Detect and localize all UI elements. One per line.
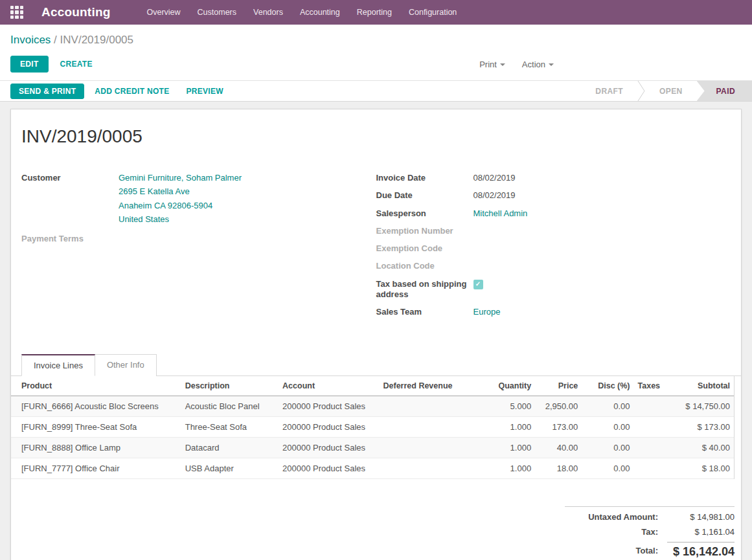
cell-disc[interactable]: 0.00 (582, 438, 633, 458)
cell-quantity[interactable]: 5.000 (478, 396, 535, 417)
cell-quantity[interactable]: 1.000 (478, 438, 535, 458)
status-step-draft[interactable]: DRAFT (581, 81, 637, 101)
statusbar: SEND & PRINT ADD CREDIT NOTE PREVIEW DRA… (0, 80, 752, 102)
col-disc[interactable]: Disc (%) (582, 376, 633, 396)
salesperson-link[interactable]: Mitchell Admin (473, 208, 528, 219)
cell-product[interactable]: [FURN_8999] Three-Seat Sofa (11, 417, 181, 438)
sales-team-label: Sales Team (376, 307, 473, 317)
create-button[interactable]: CREATE (52, 56, 100, 72)
menu-customers[interactable]: Customers (198, 8, 236, 17)
cell-account[interactable]: 200000 Product Sales (279, 396, 379, 417)
cell-subtotal[interactable]: $ 173.00 (672, 417, 734, 438)
cell-price[interactable]: 173.00 (535, 417, 582, 438)
cell-deferred[interactable] (380, 438, 478, 458)
menu-vendors[interactable]: Vendors (253, 8, 283, 17)
edit-button[interactable]: EDIT (10, 56, 49, 73)
table-row[interactable]: [FURN_7777] Office Chair USB Adapter 200… (11, 458, 734, 479)
col-price[interactable]: Price (535, 376, 582, 396)
due-date-value: 08/02/2019 (473, 190, 516, 201)
send-print-button[interactable]: SEND & PRINT (10, 84, 84, 99)
status-step-paid[interactable]: PAID (697, 81, 752, 101)
cell-account[interactable]: 200000 Product Sales (279, 438, 379, 458)
cell-subtotal[interactable]: $ 40.00 (672, 438, 734, 458)
table-row[interactable]: [FURN_6666] Acoustic Bloc Screens Acoust… (11, 396, 734, 417)
cell-product[interactable]: [FURN_6666] Acoustic Bloc Screens (11, 396, 181, 417)
col-taxes[interactable]: Taxes (634, 376, 672, 396)
tax-shipping-checkbox[interactable]: ✓ (473, 280, 483, 289)
action-label: Action (522, 60, 545, 69)
table-row[interactable]: [FURN_8888] Office Lamp Datacard 200000 … (11, 438, 734, 458)
cell-price[interactable]: 18.00 (535, 458, 582, 479)
menu-reporting[interactable]: Reporting (357, 8, 392, 17)
salesperson-label: Salesperson (376, 208, 473, 219)
col-account[interactable]: Account (279, 376, 379, 396)
cell-taxes[interactable] (634, 396, 672, 417)
cell-subtotal[interactable]: $ 14,750.00 (672, 396, 734, 417)
cell-disc[interactable]: 0.00 (582, 417, 633, 438)
cell-taxes[interactable] (634, 458, 672, 479)
cell-subtotal[interactable]: $ 18.00 (672, 458, 734, 479)
chevron-down-icon (549, 63, 554, 66)
customer-country-link[interactable]: United States (119, 214, 242, 225)
notebook-tabs: Invoice Lines Other Info (11, 354, 741, 376)
tax-shipping-label: Tax based on shipping address (376, 279, 473, 300)
cell-quantity[interactable]: 1.000 (478, 417, 535, 438)
cell-deferred[interactable] (380, 396, 478, 417)
cell-quantity[interactable]: 1.000 (478, 458, 535, 479)
cell-description[interactable]: Three-Seat Sofa (181, 417, 279, 438)
cell-account[interactable]: 200000 Product Sales (279, 458, 379, 479)
apps-grid-icon[interactable] (10, 6, 23, 19)
cell-description[interactable]: Datacard (181, 438, 279, 458)
table-row[interactable]: [FURN_8999] Three-Seat Sofa Three-Seat S… (11, 417, 734, 438)
cell-product[interactable]: [FURN_7777] Office Chair (11, 458, 181, 479)
invoice-date-value: 08/02/2019 (473, 173, 516, 183)
preview-button[interactable]: PREVIEW (179, 84, 229, 98)
cell-deferred[interactable] (380, 417, 478, 438)
col-description[interactable]: Description (181, 376, 279, 396)
customer-label: Customer (21, 173, 119, 228)
status-pipeline: DRAFT OPEN PAID (581, 81, 752, 101)
cell-taxes[interactable] (634, 417, 672, 438)
invoice-lines-table: Product Description Account Deferred Rev… (11, 376, 735, 479)
col-deferred-revenue[interactable]: Deferred Revenue (380, 376, 478, 396)
col-subtotal[interactable]: Subtotal (672, 376, 734, 396)
cell-account[interactable]: 200000 Product Sales (279, 417, 379, 438)
invoice-number-title: INV/2019/0005 (11, 126, 741, 147)
print-label: Print (479, 60, 497, 69)
cell-disc[interactable]: 0.00 (582, 396, 633, 417)
cell-price[interactable]: 2,950.00 (535, 396, 582, 417)
menu-configuration[interactable]: Configuration (409, 8, 457, 17)
cell-product[interactable]: [FURN_8888] Office Lamp (11, 438, 181, 458)
chevron-down-icon (500, 63, 505, 66)
col-product[interactable]: Product (11, 376, 181, 396)
print-dropdown[interactable]: Print (479, 60, 505, 69)
cell-description[interactable]: Acoustic Bloc Panel (181, 396, 279, 417)
customer-city-link[interactable]: Anaheim CA 92806-5904 (119, 201, 242, 211)
tax-label: Tax: (565, 527, 667, 537)
menu-overview[interactable]: Overview (147, 8, 181, 17)
customer-name-link[interactable]: Gemini Furniture, Soham Palmer (119, 173, 242, 183)
cell-price[interactable]: 40.00 (535, 438, 582, 458)
exemption-code-label: Exemption Code (376, 243, 473, 254)
cell-description[interactable]: USB Adapter (181, 458, 279, 479)
tab-invoice-lines[interactable]: Invoice Lines (21, 354, 95, 376)
totals-panel: Untaxed Amount: $ 14,981.00 Tax: $ 1,161… (565, 506, 735, 560)
location-code-label: Location Code (376, 261, 473, 271)
due-date-label: Due Date (376, 190, 473, 201)
app-title[interactable]: Accounting (41, 5, 111, 19)
cell-deferred[interactable] (380, 458, 478, 479)
tab-other-info[interactable]: Other Info (95, 354, 157, 376)
add-credit-note-button[interactable]: ADD CREDIT NOTE (88, 84, 176, 98)
customer-street-link[interactable]: 2695 E Katella Ave (119, 186, 242, 197)
cell-taxes[interactable] (634, 438, 672, 458)
invoice-sheet: INV/2019/0005 Customer Gemini Furniture,… (10, 109, 742, 560)
action-dropdown[interactable]: Action (522, 60, 554, 69)
col-quantity[interactable]: Quantity (478, 376, 535, 396)
sales-team-link[interactable]: Europe (473, 307, 501, 317)
chevron-right-icon (637, 81, 645, 101)
control-panel: Invoices / INV/2019/0005 EDIT CREATE Pri… (0, 25, 752, 80)
menu-accounting[interactable]: Accounting (300, 8, 340, 17)
cell-disc[interactable]: 0.00 (582, 458, 633, 479)
status-step-open[interactable]: OPEN (645, 81, 697, 101)
breadcrumb-invoices-link[interactable]: Invoices (10, 34, 51, 46)
